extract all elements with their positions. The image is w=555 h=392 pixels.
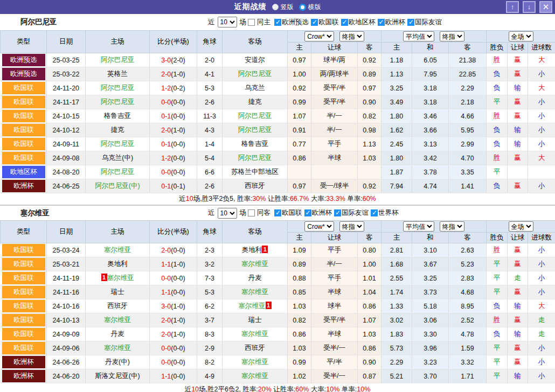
league-checkbox[interactable] (334, 209, 341, 216)
bookmaker-select[interactable]: Crow* (304, 221, 334, 232)
result-cell: 胜 (487, 243, 508, 257)
date-cell: 24-10-16 (47, 299, 86, 313)
score-cell: 0-0(0-0) (150, 341, 197, 355)
match-count-select[interactable]: 10 (218, 17, 237, 27)
average-select[interactable]: 平均值 (403, 221, 434, 232)
league-badge: 欧国联 (2, 138, 46, 150)
team-link[interactable]: 塞尔维亚 (241, 260, 268, 268)
league-checkbox[interactable] (274, 209, 281, 216)
team-link[interactable]: 阿尔巴尼亚 (101, 56, 135, 64)
average-time-select[interactable]: 终指 (440, 221, 464, 232)
away-team-cell: 乌克兰 (223, 81, 288, 95)
fulltime-select[interactable]: 全场 (509, 31, 533, 41)
match-count-select[interactable]: 10 (218, 208, 237, 219)
crow-handicap-cell: 平/半 (311, 355, 358, 369)
date-cell: 25-03-25 (47, 53, 86, 67)
away-team-cell: 瑞士 (223, 313, 288, 327)
crow-handicap-cell: 受一/球半 (311, 179, 358, 193)
avg-home-odds-cell: 2.29 (381, 355, 412, 369)
team-link[interactable]: 塞尔维亚 (239, 302, 266, 310)
same-venue-checkbox[interactable] (248, 209, 255, 216)
crow-away-odds-cell: 0.90 (358, 95, 381, 109)
team-link[interactable]: 阿尔巴尼亚 (101, 84, 135, 92)
score-cell: 2-0(1-0) (150, 123, 197, 137)
team-link[interactable]: 塞尔维亚 (241, 372, 268, 380)
team-link[interactable]: 塞尔维亚 (104, 316, 131, 324)
average-select[interactable]: 平均值 (403, 31, 434, 41)
fulltime-dropdown-group: 全场 (487, 31, 555, 43)
result-cell: 平 (487, 341, 508, 355)
team-link[interactable]: 塞尔维亚 (241, 358, 268, 366)
crow-handicap-cell: 受半/一 (311, 341, 358, 355)
league-checkbox[interactable] (304, 209, 311, 216)
col-header-handicap-result: 让球 (508, 233, 528, 243)
team-link[interactable]: 阿尔巴尼亚 (238, 112, 272, 120)
team-link[interactable]: 阿尔巴尼亚 (238, 154, 272, 162)
team-link[interactable]: 塞尔维亚 (107, 274, 134, 282)
team-link[interactable]: 塞尔维亚 (241, 288, 268, 296)
crow-handicap-cell: 球半 (311, 299, 358, 313)
team-link[interactable]: 塞尔维亚 (104, 344, 131, 352)
bookmaker-select[interactable]: Crow* (304, 31, 334, 41)
team-link[interactable]: 阿尔巴尼亚 (101, 168, 135, 176)
score-cell: 0-1(0-1) (150, 179, 197, 193)
team-link[interactable]: 塞尔维亚 (104, 246, 131, 254)
move-up-button[interactable]: ↑ (506, 1, 519, 13)
crow-away-odds-cell (358, 165, 381, 179)
corners-cell: 6-6 (197, 165, 223, 179)
section-header-serbia: 塞尔维亚 近 10 场 同客 欧国联欧洲杯国际友谊世界杯 (0, 205, 555, 220)
team-name: 阿尔巴尼亚 (20, 17, 57, 27)
league-checkbox-label: 欧国联 (318, 18, 339, 27)
match-row: 欧洲杯24-06-25阿尔巴尼亚(中)0-1(0-1)2-6西班牙0.97受一/… (1, 179, 555, 193)
average-time-select[interactable]: 终指 (440, 31, 464, 41)
crow-away-odds-cell: 0.80 (358, 243, 381, 257)
league-checkbox[interactable] (407, 19, 414, 26)
league-cell: 欧国联 (1, 243, 47, 257)
results-table-serbia: 类型 日期 主场 比分(半场) 角球 客场 Crow* 终指 平均值 终指 全场… (0, 220, 555, 383)
league-checkbox[interactable] (341, 19, 348, 26)
fulltime-select[interactable]: 全场 (509, 221, 533, 232)
corners-cell: 8-2 (197, 355, 223, 369)
league-checkbox[interactable] (274, 19, 281, 26)
summary-text: 场,胜3平2负5, 胜率: (193, 195, 253, 202)
match-row: 欧国联24-09-09丹麦2-0(1-0)8-3塞尔维亚0.86半球1.031.… (1, 327, 555, 341)
red-card-badge: 1 (266, 302, 272, 309)
result-cell: 负 (487, 327, 508, 341)
radio-vertical-icon[interactable] (272, 4, 279, 10)
league-badge: 欧国联 (2, 342, 46, 354)
team-link[interactable]: 阿尔巴尼亚 (238, 70, 272, 78)
team-link[interactable]: 阿尔巴尼亚 (101, 140, 135, 148)
same-venue-checkbox[interactable] (248, 19, 255, 26)
handicap-result-cell: 赢 (508, 285, 528, 299)
radio-horizontal-layout[interactable]: 横版 (299, 3, 321, 12)
avg-away-odds-cell: 2.29 (449, 81, 487, 95)
avg-home-odds-cell: 1.74 (381, 285, 412, 299)
fulltime-score: 2-0 (161, 71, 171, 78)
league-checkbox[interactable] (371, 209, 378, 216)
goals-result-cell: 走 (528, 313, 555, 327)
away-team-cell: 奥地利1 (223, 243, 288, 257)
team-link[interactable]: 阿尔巴尼亚 (101, 98, 135, 106)
radio-vertical-layout[interactable]: 竖版 (272, 3, 294, 12)
radio-horizontal-icon[interactable] (299, 4, 306, 11)
avg-away-odds-cell: 5.23 (449, 257, 487, 271)
avg-draw-odds-cell: 3.96 (412, 341, 449, 355)
crow-handicap-cell: 半/一 (311, 257, 358, 271)
move-down-button[interactable]: ↓ (523, 1, 536, 13)
team-link[interactable]: 阿尔巴尼亚 (238, 126, 272, 134)
league-checkbox[interactable] (378, 19, 385, 26)
goals-result-cell: 大 (528, 81, 555, 95)
crow-home-odds-cell: 0.89 (288, 257, 311, 271)
odds-time-select[interactable]: 终指 (339, 31, 364, 41)
away-team-cell: 塞尔维亚 (223, 355, 288, 369)
score-cell: 1-2(0-0) (150, 151, 197, 165)
team-link[interactable]: 塞尔维亚 (241, 330, 268, 338)
league-checkbox[interactable] (311, 19, 318, 26)
league-badge: 欧国联 (2, 258, 46, 270)
avg-draw-odds-cell: 3.25 (412, 271, 449, 285)
home-team-cell: 乌克兰(中) (86, 151, 150, 165)
avg-home-odds-cell: 3.25 (381, 81, 412, 95)
team-link[interactable]: 阿尔巴尼亚(中) (95, 182, 140, 190)
close-button[interactable]: ✕ (539, 1, 552, 13)
odds-time-select[interactable]: 终指 (339, 221, 364, 232)
